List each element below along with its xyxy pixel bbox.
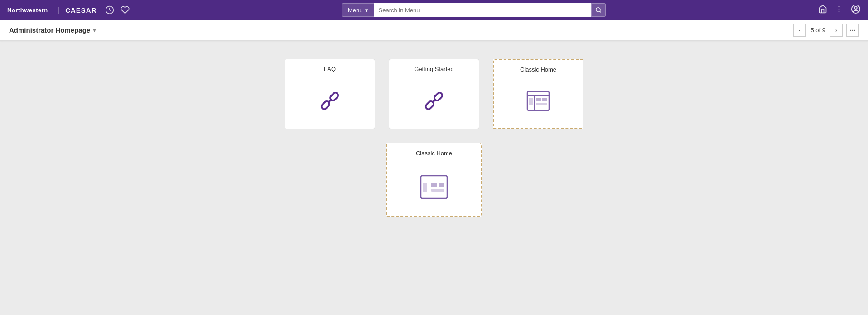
more-options-icon-button[interactable]	[834, 5, 844, 16]
getting-started-link-icon	[420, 78, 448, 124]
page-title: Administrator Homepage	[9, 26, 90, 34]
svg-rect-22	[542, 98, 547, 101]
logo-divider: |	[58, 6, 60, 14]
svg-point-2	[596, 8, 600, 12]
favorite-icon-button[interactable]	[121, 5, 130, 14]
menu-caret-icon: ▾	[365, 7, 368, 14]
nav-icons	[105, 5, 130, 14]
faq-link-icon	[316, 78, 344, 124]
user-icon-button[interactable]	[851, 4, 861, 16]
classic-home-window-icon-1	[526, 78, 550, 124]
page-title-area: Administrator Homepage ▾	[9, 26, 96, 34]
menu-label: Menu	[348, 7, 363, 14]
classic-home-card-1[interactable]: Classic Home	[493, 59, 583, 129]
classic-home-card-1-title: Classic Home	[520, 66, 556, 73]
pagination-text: 5 of 9	[808, 27, 828, 33]
search-input[interactable]	[374, 3, 591, 17]
classic-home-card-2-title: Classic Home	[416, 150, 452, 157]
card-row-1: FAQ Getting Started	[27, 59, 841, 129]
svg-line-17	[433, 100, 435, 102]
svg-point-11	[854, 29, 855, 30]
svg-rect-31	[423, 183, 427, 192]
classic-home-window-icon-2	[420, 162, 448, 212]
getting-started-card[interactable]: Getting Started	[389, 59, 479, 129]
logo-caesar: CAESAR	[65, 6, 96, 14]
menu-button[interactable]: Menu ▾	[342, 3, 374, 17]
svg-point-6	[839, 11, 840, 12]
home-icon-button[interactable]	[818, 5, 827, 16]
subheader-more-button[interactable]	[846, 24, 859, 37]
next-page-button[interactable]: ›	[830, 24, 843, 37]
title-caret-icon: ▾	[93, 27, 96, 33]
svg-rect-21	[536, 98, 541, 101]
logo-area: Northwestern | CAESAR	[7, 5, 97, 15]
svg-line-14	[328, 100, 331, 102]
topnav-right	[818, 4, 861, 16]
main-content: FAQ Getting Started	[0, 41, 868, 235]
svg-point-8	[854, 6, 857, 9]
getting-started-card-title: Getting Started	[414, 66, 453, 72]
svg-text:Northwestern: Northwestern	[7, 7, 48, 14]
svg-rect-28	[431, 183, 437, 187]
svg-point-9	[850, 29, 851, 30]
faq-card[interactable]: FAQ	[285, 59, 375, 129]
search-button[interactable]	[591, 3, 606, 17]
card-row-2: Classic Home	[27, 143, 841, 217]
search-area: Menu ▾	[134, 3, 814, 17]
svg-point-5	[839, 8, 840, 10]
prev-page-button[interactable]: ‹	[793, 24, 806, 37]
subheader-right: ‹ 5 of 9 ›	[793, 24, 859, 37]
history-icon-button[interactable]	[105, 5, 114, 14]
svg-line-3	[599, 11, 601, 13]
svg-point-10	[852, 29, 853, 30]
svg-rect-23	[536, 103, 547, 105]
logo-northwestern: Northwestern	[7, 5, 53, 15]
svg-rect-24	[529, 98, 533, 105]
classic-home-card-2[interactable]: Classic Home	[386, 143, 482, 217]
svg-rect-30	[431, 189, 444, 192]
faq-card-title: FAQ	[324, 66, 336, 72]
svg-rect-29	[439, 183, 444, 187]
top-navigation: Northwestern | CAESAR Menu ▾	[0, 0, 868, 20]
subheader: Administrator Homepage ▾ ‹ 5 of 9 ›	[0, 20, 868, 41]
svg-point-4	[839, 5, 840, 6]
